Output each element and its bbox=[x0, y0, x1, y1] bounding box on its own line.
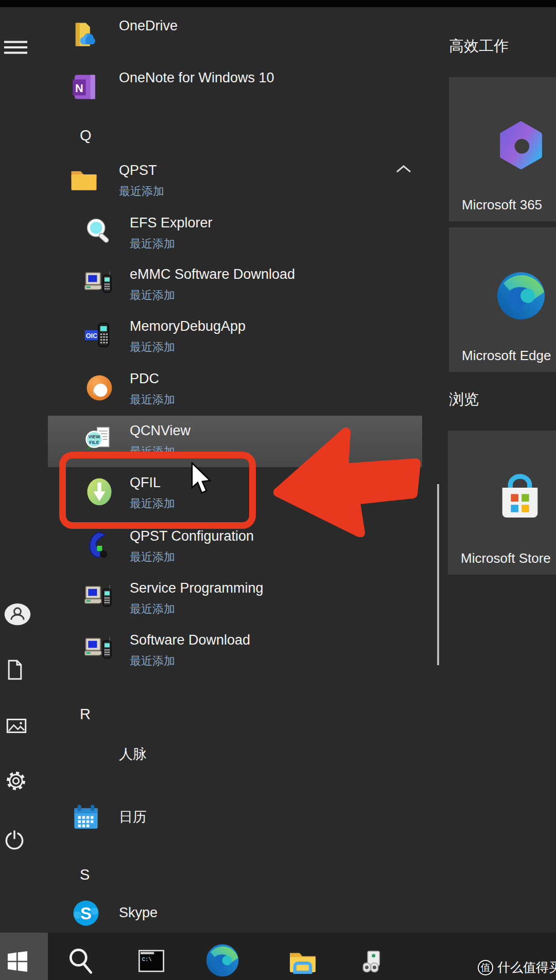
edge-icon bbox=[205, 971, 240, 979]
pc-phone-icon bbox=[84, 634, 114, 664]
section-header-S[interactable]: S bbox=[80, 865, 90, 884]
app-title: eMMC Software Download bbox=[130, 265, 295, 283]
app-title: 人脉 bbox=[119, 745, 147, 763]
qpst-config-icon bbox=[84, 530, 114, 560]
file-explorer-icon bbox=[287, 969, 318, 978]
section-header-R[interactable]: R bbox=[80, 705, 91, 723]
svg-text:C:\: C:\ bbox=[142, 956, 152, 963]
tile-Microsoft Store[interactable]: Microsoft Store bbox=[448, 431, 556, 575]
svg-text:VIEW: VIEW bbox=[88, 434, 100, 439]
tile-label: Microsoft Store bbox=[461, 550, 551, 566]
app-title: 日历 bbox=[119, 808, 147, 826]
taskbar-button-command-prompt[interactable]: C:\ bbox=[136, 947, 166, 975]
app-title: OneDrive bbox=[119, 16, 178, 35]
phone-oic-icon: OIC bbox=[84, 320, 114, 350]
app-title: Service Programming bbox=[130, 579, 264, 597]
app-title: EFS Explorer bbox=[130, 213, 213, 232]
svg-text:N: N bbox=[75, 82, 83, 95]
onenote-icon: N bbox=[69, 72, 99, 102]
svg-text:S: S bbox=[80, 904, 92, 923]
svg-text:OIC: OIC bbox=[86, 332, 98, 340]
section-header-Q[interactable]: Q bbox=[80, 126, 92, 145]
watermark-text: 什么值得买 bbox=[497, 959, 556, 976]
calendar-icon bbox=[71, 803, 101, 832]
recently-added-label: 最近添加 bbox=[130, 601, 175, 617]
tile-Microsoft Edge[interactable]: Microsoft Edge bbox=[449, 227, 556, 372]
start-menu-screen: OneDriveNOneNote for Windows 10QQPST最近添加… bbox=[0, 0, 556, 980]
watermark: 值 什么值得买 bbox=[478, 959, 556, 976]
app-title: Software Download bbox=[130, 631, 250, 649]
search-icon bbox=[65, 969, 96, 978]
win-logo-icon bbox=[6, 965, 29, 974]
pc-phone-icon bbox=[84, 582, 114, 612]
app-title: Skype bbox=[119, 903, 158, 922]
app-title: MemoryDebugApp bbox=[130, 317, 246, 335]
recently-added-label: 最近添加 bbox=[130, 392, 175, 407]
qcnview-doc-icon: VIEWFILE bbox=[84, 425, 114, 455]
watermark-badge: 值 bbox=[478, 960, 493, 975]
scrollbar[interactable] bbox=[437, 484, 439, 665]
app-title: OneNote for Windows 10 bbox=[119, 68, 274, 87]
app-title: QPST bbox=[119, 161, 157, 180]
tile-label: Microsoft Edge bbox=[462, 348, 551, 364]
annotation-box bbox=[59, 452, 256, 529]
pdc-sphere-icon bbox=[84, 373, 114, 403]
app-title: QCNView bbox=[130, 421, 190, 440]
tile-label: Microsoft 365 bbox=[462, 197, 542, 213]
recently-added-label: 最近添加 bbox=[130, 653, 175, 669]
tile-group-header-browse: 浏览 bbox=[449, 389, 479, 410]
tile-group-header-work: 高效工作 bbox=[449, 36, 509, 57]
mouse-cursor-icon bbox=[190, 462, 211, 495]
m365-icon bbox=[497, 121, 546, 170]
recently-added-label: 最近添加 bbox=[130, 340, 175, 355]
store-icon bbox=[493, 472, 547, 525]
taskbar-button-edge-browser[interactable] bbox=[205, 943, 240, 978]
skype-icon: S bbox=[71, 898, 101, 928]
recently-added-label: 最近添加 bbox=[130, 549, 175, 565]
qpst-device-icon bbox=[357, 969, 387, 978]
taskbar-button-qpst-tool[interactable] bbox=[357, 948, 387, 976]
taskbar-button-search[interactable] bbox=[65, 946, 96, 976]
chevron-up-icon[interactable] bbox=[395, 164, 412, 174]
recently-added-label: 最近添加 bbox=[130, 288, 175, 303]
taskbar-button-file-explorer[interactable] bbox=[287, 947, 318, 976]
recently-added-label: 最近添加 bbox=[130, 236, 175, 252]
app-title: QPST Configuration bbox=[130, 527, 254, 545]
magnifier-icon bbox=[84, 217, 114, 247]
tile-Microsoft 365[interactable]: Microsoft 365 bbox=[449, 77, 556, 221]
recently-added-label: 最近添加 bbox=[119, 184, 164, 199]
edge-icon bbox=[495, 270, 547, 322]
svg-text:FILE: FILE bbox=[89, 440, 99, 445]
app-title: PDC bbox=[130, 369, 159, 388]
folder-icon bbox=[69, 165, 99, 194]
onedrive-folder-icon bbox=[69, 20, 99, 50]
pc-phone-icon bbox=[84, 269, 114, 298]
annotation-arrow-icon bbox=[272, 425, 427, 537]
taskbar-button-start[interactable] bbox=[6, 951, 29, 972]
cmd-icon: C:\ bbox=[136, 968, 166, 977]
